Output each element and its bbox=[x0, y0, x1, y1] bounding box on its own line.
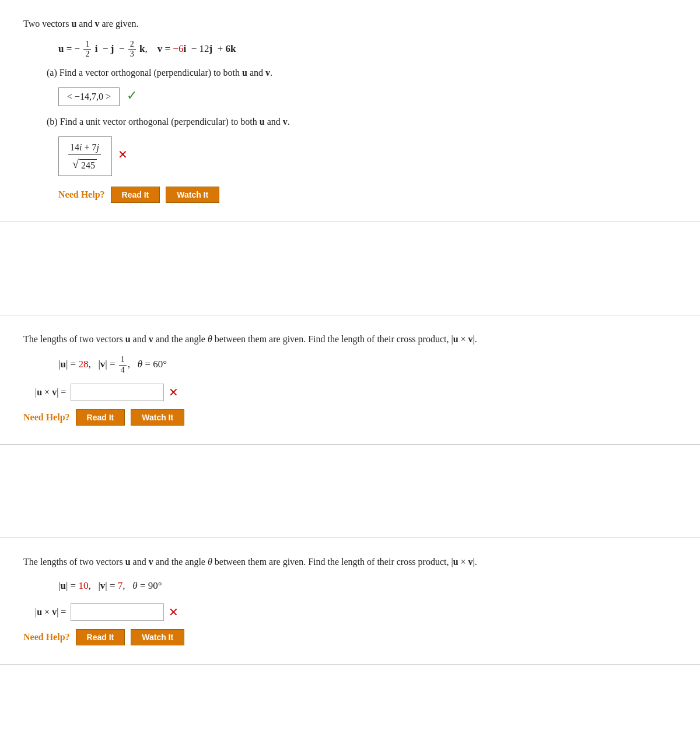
section3-problem: The lengths of two vectors u and v and t… bbox=[23, 554, 677, 570]
sqrt-245: 245 bbox=[79, 159, 97, 171]
need-help-label-3: Need Help? bbox=[23, 632, 70, 642]
u-val-3: 10 bbox=[78, 580, 88, 591]
section-3: The lengths of two vectors u and v and t… bbox=[0, 538, 700, 665]
u-label: u bbox=[58, 43, 64, 54]
read-it-button-2[interactable]: Read It bbox=[76, 409, 125, 426]
watch-it-button-1[interactable]: Watch It bbox=[166, 187, 219, 203]
section3-input-row: |u × v| = ✕ bbox=[35, 603, 677, 621]
v-val-3: 7 bbox=[118, 580, 123, 591]
vector-equations: u = − 1 2 i − j − 2 3 k, v = −6i − 12j +… bbox=[58, 40, 677, 60]
part-b-answer-area: 14i + 7j √245 ✕ bbox=[58, 132, 677, 178]
part-b-label: (b) Find a unit vector orthogonal (perpe… bbox=[47, 117, 677, 127]
part-a-answer-area: < −14,7,0 > ✓ bbox=[58, 83, 677, 108]
incorrect-x-1: ✕ bbox=[118, 148, 128, 161]
need-help-label-2: Need Help? bbox=[23, 412, 70, 423]
u-val-2: 28 bbox=[78, 359, 88, 370]
cross-product-label-2: |u × v| = bbox=[35, 387, 66, 398]
unit-vector-fraction: 14i + 7j √245 bbox=[68, 142, 101, 171]
need-help-row-2: Need Help? Read It Watch It bbox=[23, 409, 677, 426]
section2-input-row: |u × v| = ✕ bbox=[35, 384, 677, 401]
theta-var-3: θ bbox=[208, 557, 212, 567]
v-frac-2: 1 4 bbox=[119, 355, 127, 375]
watch-it-button-2[interactable]: Watch It bbox=[131, 409, 184, 426]
read-it-button-3[interactable]: Read It bbox=[76, 629, 125, 645]
section-1: Two vectors u and v are given. u = − 1 2… bbox=[0, 0, 700, 222]
v-neg6: −6 bbox=[173, 43, 183, 54]
theta-var-2: θ bbox=[208, 334, 212, 344]
u-var-3: u bbox=[125, 557, 131, 567]
read-it-button-1[interactable]: Read It bbox=[111, 187, 160, 203]
need-help-row-3: Need Help? Read It Watch It bbox=[23, 629, 677, 645]
part-a: (a) Find a vector orthogonal (perpendicu… bbox=[47, 68, 677, 108]
section2-given: |u| = 28, |v| = 1 4 , θ = 60° bbox=[58, 355, 677, 375]
u-var-2: u bbox=[125, 334, 131, 344]
incorrect-x-3: ✕ bbox=[169, 605, 178, 619]
i-unit2: i bbox=[183, 43, 186, 54]
part-a-label: (a) Find a vector orthogonal (perpendicu… bbox=[47, 68, 677, 78]
theta-2: θ bbox=[138, 359, 142, 370]
need-help-row-1: Need Help? Read It Watch It bbox=[58, 187, 677, 203]
sqrt-expr: √245 bbox=[72, 157, 97, 171]
v-label: v bbox=[158, 43, 163, 54]
correct-checkmark: ✓ bbox=[127, 88, 137, 103]
part-a-answer-box: < −14,7,0 > bbox=[58, 87, 120, 106]
6k: 6k bbox=[226, 43, 236, 54]
need-help-label-1: Need Help? bbox=[58, 189, 105, 200]
cross-product-label-3: |u × v| = bbox=[35, 607, 66, 617]
v-var-2: v bbox=[149, 334, 153, 344]
problem-intro: Two vectors u and v are given. bbox=[23, 16, 677, 31]
u-frac2: 2 3 bbox=[128, 40, 136, 60]
u-var: u bbox=[71, 19, 76, 29]
i-unit: i bbox=[95, 43, 98, 54]
unit-vec-den: √245 bbox=[71, 155, 99, 171]
section2-problem: The lengths of two vectors u and v and t… bbox=[23, 332, 677, 347]
section3-given: |u| = 10, |v| = 7, θ = 90° bbox=[58, 577, 677, 595]
cross-product-input-3[interactable] bbox=[71, 603, 164, 621]
unit-vec-num: 14i + 7j bbox=[68, 142, 101, 155]
section-2: The lengths of two vectors u and v and t… bbox=[0, 315, 700, 444]
part-b: (b) Find a unit vector orthogonal (perpe… bbox=[47, 117, 677, 178]
j-unit: j bbox=[111, 43, 114, 54]
theta-3: θ bbox=[132, 580, 137, 591]
watch-it-button-3[interactable]: Watch It bbox=[131, 629, 184, 645]
sqrt-symbol: √ bbox=[72, 157, 79, 171]
cross-product-input-2[interactable] bbox=[71, 384, 164, 401]
incorrect-x-2: ✕ bbox=[169, 385, 178, 399]
spacer-1 bbox=[0, 222, 700, 315]
part-b-answer-box: 14i + 7j √245 bbox=[58, 136, 112, 176]
j-unit2: j bbox=[209, 43, 212, 54]
spacer-2 bbox=[0, 445, 700, 538]
v-var-3: v bbox=[149, 557, 153, 567]
v-var: v bbox=[94, 19, 99, 29]
u-frac1: 1 2 bbox=[83, 40, 91, 60]
k-unit: k bbox=[139, 43, 145, 54]
